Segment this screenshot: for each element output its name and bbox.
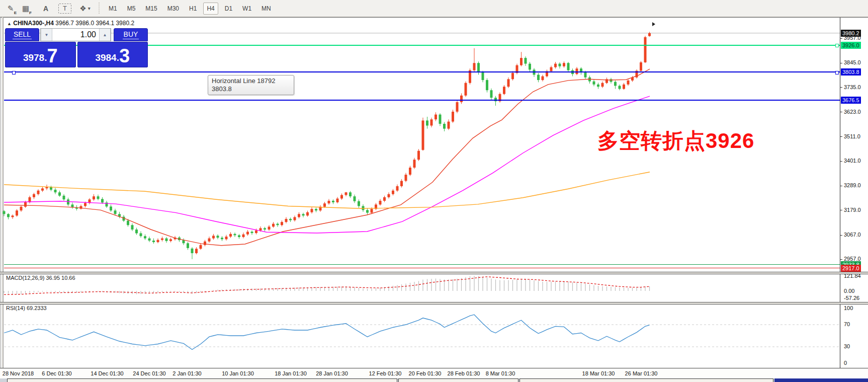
sell-price-box[interactable]: 3978. 7	[5, 42, 76, 67]
symbol-period: CHINA300-,H4	[13, 20, 54, 27]
hline-3803-handle[interactable]	[835, 71, 839, 74]
buy-price-box[interactable]: 3984. 3	[77, 42, 148, 67]
tooltip-line2: 3803.8	[212, 85, 290, 93]
buy-button[interactable]: BUY	[114, 28, 148, 41]
volume-up-button[interactable]: ▲	[99, 29, 111, 41]
hline-3926-handle[interactable]	[835, 44, 839, 47]
chart-title: ▲ CHINA300-,H4 3966.7 3986.0 3964.1 3980…	[7, 20, 134, 27]
volume-down-button[interactable]: ▼	[41, 29, 52, 41]
collapse-icon[interactable]: ▲	[7, 21, 12, 26]
sell-label: SELL	[13, 30, 32, 39]
trading-terminal: ✎ E ▦ F A T ❖ ▾ M1 M5 M15 M30 H1 H4 D1 W…	[0, 0, 868, 382]
chart-annotation-text[interactable]: 多空转折点3926	[597, 127, 754, 155]
tooltip-line1: Horizontal Line 18792	[212, 77, 290, 85]
hline-tooltip: Horizontal Line 18792 3803.8	[208, 75, 294, 95]
volume-input[interactable]: 1.00	[52, 29, 99, 41]
buy-price-main: 3984.	[95, 50, 119, 65]
hline-3676[interactable]	[4, 100, 840, 101]
sell-button[interactable]: SELL	[5, 28, 39, 41]
bar-end-marker-icon	[652, 22, 655, 26]
sell-price-main: 3978.	[23, 50, 47, 65]
sell-price-big-digit: 7	[47, 46, 57, 65]
ohlc-values: 3966.7 3986.0 3964.1 3980.2	[55, 20, 134, 27]
buy-price-big-digit: 3	[119, 46, 130, 65]
hline-3803[interactable]	[4, 71, 840, 72]
volume-stepper: ▼ 1.00 ▲	[40, 28, 111, 41]
one-click-trade-panel: SELL ▼ 1.00 ▲ BUY 3978. 7 3984. 3	[5, 28, 148, 67]
hline-2917[interactable]	[4, 268, 840, 268]
hline-2933[interactable]	[4, 264, 840, 265]
hline-3803-handle[interactable]	[12, 71, 16, 74]
buy-label: BUY	[123, 30, 139, 39]
